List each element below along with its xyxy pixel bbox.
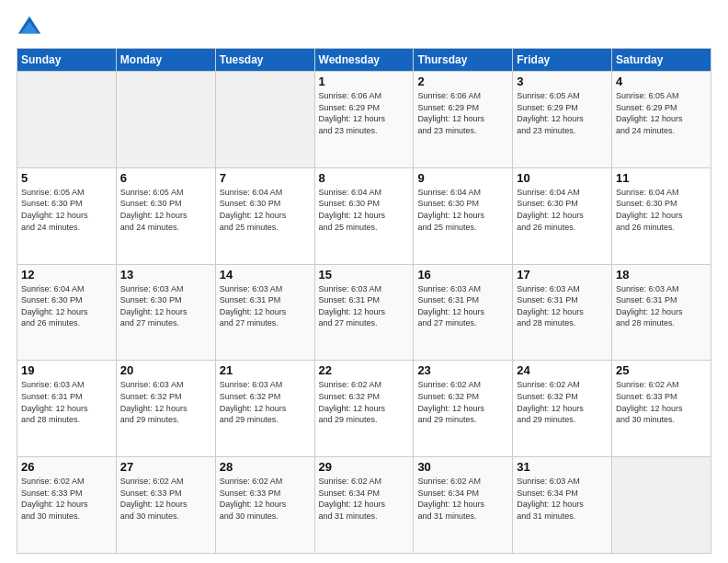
day-number: 10 (517, 171, 608, 185)
day-number: 28 (220, 460, 311, 474)
weekday-tuesday: Tuesday (215, 49, 314, 72)
logo-icon (17, 15, 42, 40)
day-cell: 1Sunrise: 6:06 AM Sunset: 6:29 PM Daylig… (314, 72, 414, 168)
day-info: Sunrise: 6:05 AM Sunset: 6:29 PM Dayligh… (616, 90, 707, 136)
day-number: 5 (21, 171, 112, 185)
day-number: 20 (120, 363, 211, 377)
day-number: 21 (220, 363, 311, 377)
day-cell: 7Sunrise: 6:04 AM Sunset: 6:30 PM Daylig… (215, 167, 314, 264)
day-info: Sunrise: 6:05 AM Sunset: 6:30 PM Dayligh… (120, 187, 211, 233)
day-number: 6 (120, 171, 211, 185)
day-cell: 27Sunrise: 6:02 AM Sunset: 6:33 PM Dayli… (116, 457, 215, 554)
day-cell: 14Sunrise: 6:03 AM Sunset: 6:31 PM Dayli… (215, 264, 314, 361)
day-cell: 9Sunrise: 6:04 AM Sunset: 6:30 PM Daylig… (414, 167, 513, 264)
day-info: Sunrise: 6:03 AM Sunset: 6:31 PM Dayligh… (517, 283, 608, 329)
weekday-sunday: Sunday (17, 49, 117, 72)
day-number: 19 (21, 363, 112, 377)
day-info: Sunrise: 6:03 AM Sunset: 6:34 PM Dayligh… (517, 476, 608, 522)
day-number: 2 (417, 75, 508, 88)
day-info: Sunrise: 6:03 AM Sunset: 6:31 PM Dayligh… (319, 283, 410, 329)
day-cell: 23Sunrise: 6:02 AM Sunset: 6:32 PM Dayli… (414, 361, 513, 457)
day-number: 9 (417, 171, 508, 185)
day-number: 30 (417, 460, 508, 474)
day-cell (116, 72, 215, 168)
day-number: 16 (417, 268, 508, 282)
day-info: Sunrise: 6:02 AM Sunset: 6:32 PM Dayligh… (517, 379, 608, 425)
day-cell: 31Sunrise: 6:03 AM Sunset: 6:34 PM Dayli… (513, 457, 612, 554)
day-info: Sunrise: 6:02 AM Sunset: 6:32 PM Dayligh… (417, 379, 508, 425)
day-cell: 3Sunrise: 6:05 AM Sunset: 6:29 PM Daylig… (513, 72, 612, 168)
day-cell: 19Sunrise: 6:03 AM Sunset: 6:31 PM Dayli… (17, 361, 117, 457)
day-info: Sunrise: 6:03 AM Sunset: 6:31 PM Dayligh… (417, 283, 508, 329)
day-cell: 26Sunrise: 6:02 AM Sunset: 6:33 PM Dayli… (17, 457, 117, 554)
day-cell: 20Sunrise: 6:03 AM Sunset: 6:32 PM Dayli… (116, 361, 215, 457)
day-number: 27 (120, 460, 211, 474)
day-number: 22 (319, 363, 410, 377)
week-row-3: 12Sunrise: 6:04 AM Sunset: 6:30 PM Dayli… (17, 264, 711, 361)
day-info: Sunrise: 6:02 AM Sunset: 6:32 PM Dayligh… (319, 379, 410, 425)
day-cell: 17Sunrise: 6:03 AM Sunset: 6:31 PM Dayli… (513, 264, 612, 361)
day-number: 25 (616, 363, 707, 377)
day-cell: 11Sunrise: 6:04 AM Sunset: 6:30 PM Dayli… (612, 167, 711, 264)
day-info: Sunrise: 6:03 AM Sunset: 6:32 PM Dayligh… (220, 379, 311, 425)
day-info: Sunrise: 6:06 AM Sunset: 6:29 PM Dayligh… (417, 90, 508, 136)
day-info: Sunrise: 6:03 AM Sunset: 6:31 PM Dayligh… (21, 379, 112, 425)
day-number: 3 (517, 75, 608, 88)
day-info: Sunrise: 6:02 AM Sunset: 6:34 PM Dayligh… (417, 476, 508, 522)
day-info: Sunrise: 6:02 AM Sunset: 6:33 PM Dayligh… (220, 476, 311, 522)
week-row-1: 1Sunrise: 6:06 AM Sunset: 6:29 PM Daylig… (17, 72, 711, 168)
day-info: Sunrise: 6:06 AM Sunset: 6:29 PM Dayligh… (319, 90, 410, 136)
day-number: 4 (616, 75, 707, 88)
day-cell: 4Sunrise: 6:05 AM Sunset: 6:29 PM Daylig… (612, 72, 711, 168)
day-number: 15 (319, 268, 410, 282)
day-info: Sunrise: 6:05 AM Sunset: 6:30 PM Dayligh… (21, 187, 112, 233)
day-number: 18 (616, 268, 707, 282)
day-info: Sunrise: 6:04 AM Sunset: 6:30 PM Dayligh… (220, 187, 311, 233)
day-cell: 16Sunrise: 6:03 AM Sunset: 6:31 PM Dayli… (414, 264, 513, 361)
day-cell: 15Sunrise: 6:03 AM Sunset: 6:31 PM Dayli… (314, 264, 414, 361)
day-info: Sunrise: 6:04 AM Sunset: 6:30 PM Dayligh… (616, 187, 707, 233)
day-info: Sunrise: 6:04 AM Sunset: 6:30 PM Dayligh… (417, 187, 508, 233)
day-info: Sunrise: 6:03 AM Sunset: 6:31 PM Dayligh… (220, 283, 311, 329)
day-number: 1 (319, 75, 410, 88)
day-number: 24 (517, 363, 608, 377)
calendar-table: SundayMondayTuesdayWednesdayThursdayFrid… (17, 48, 711, 554)
day-cell: 12Sunrise: 6:04 AM Sunset: 6:30 PM Dayli… (17, 264, 117, 361)
day-info: Sunrise: 6:02 AM Sunset: 6:33 PM Dayligh… (21, 476, 112, 522)
day-info: Sunrise: 6:03 AM Sunset: 6:32 PM Dayligh… (120, 379, 211, 425)
day-number: 11 (616, 171, 707, 185)
day-number: 17 (517, 268, 608, 282)
weekday-header-row: SundayMondayTuesdayWednesdayThursdayFrid… (17, 49, 711, 72)
day-info: Sunrise: 6:04 AM Sunset: 6:30 PM Dayligh… (21, 283, 112, 329)
day-cell: 28Sunrise: 6:02 AM Sunset: 6:33 PM Dayli… (215, 457, 314, 554)
week-row-4: 19Sunrise: 6:03 AM Sunset: 6:31 PM Dayli… (17, 361, 711, 457)
header (17, 15, 711, 40)
day-cell: 22Sunrise: 6:02 AM Sunset: 6:32 PM Dayli… (314, 361, 414, 457)
day-info: Sunrise: 6:04 AM Sunset: 6:30 PM Dayligh… (517, 187, 608, 233)
day-number: 14 (220, 268, 311, 282)
day-cell (215, 72, 314, 168)
day-cell: 24Sunrise: 6:02 AM Sunset: 6:32 PM Dayli… (513, 361, 612, 457)
day-cell: 6Sunrise: 6:05 AM Sunset: 6:30 PM Daylig… (116, 167, 215, 264)
day-cell: 5Sunrise: 6:05 AM Sunset: 6:30 PM Daylig… (17, 167, 117, 264)
day-cell: 2Sunrise: 6:06 AM Sunset: 6:29 PM Daylig… (414, 72, 513, 168)
day-cell: 8Sunrise: 6:04 AM Sunset: 6:30 PM Daylig… (314, 167, 414, 264)
weekday-wednesday: Wednesday (314, 49, 414, 72)
week-row-2: 5Sunrise: 6:05 AM Sunset: 6:30 PM Daylig… (17, 167, 711, 264)
day-cell: 10Sunrise: 6:04 AM Sunset: 6:30 PM Dayli… (513, 167, 612, 264)
day-number: 8 (319, 171, 410, 185)
weekday-thursday: Thursday (414, 49, 513, 72)
day-cell: 18Sunrise: 6:03 AM Sunset: 6:31 PM Dayli… (612, 264, 711, 361)
week-row-5: 26Sunrise: 6:02 AM Sunset: 6:33 PM Dayli… (17, 457, 711, 554)
weekday-saturday: Saturday (612, 49, 711, 72)
day-info: Sunrise: 6:02 AM Sunset: 6:33 PM Dayligh… (120, 476, 211, 522)
weekday-friday: Friday (513, 49, 612, 72)
day-info: Sunrise: 6:04 AM Sunset: 6:30 PM Dayligh… (319, 187, 410, 233)
day-number: 23 (417, 363, 508, 377)
day-number: 26 (21, 460, 112, 474)
weekday-monday: Monday (116, 49, 215, 72)
day-number: 7 (220, 171, 311, 185)
day-cell: 29Sunrise: 6:02 AM Sunset: 6:34 PM Dayli… (314, 457, 414, 554)
day-info: Sunrise: 6:02 AM Sunset: 6:33 PM Dayligh… (616, 379, 707, 425)
day-info: Sunrise: 6:05 AM Sunset: 6:29 PM Dayligh… (517, 90, 608, 136)
